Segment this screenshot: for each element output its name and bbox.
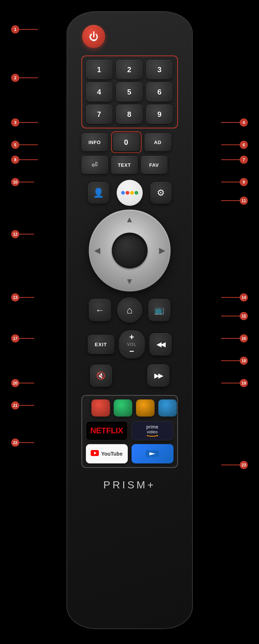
fav-button[interactable]: FAV <box>141 156 168 174</box>
num-5-button[interactable]: 5 <box>116 82 143 102</box>
ann-circle-18: 18 <box>240 357 248 365</box>
dpad-left[interactable]: ◀ <box>94 246 100 255</box>
ad-button[interactable]: AD <box>145 133 171 151</box>
ann-9: 9 <box>221 178 248 186</box>
vol-mute-row: 🔇 ▶▶ <box>81 364 178 387</box>
color-buttons-row <box>86 399 182 417</box>
ann-line-18 <box>221 360 240 361</box>
ann-16: 16 <box>221 334 248 342</box>
dpad-center-ok[interactable] <box>112 233 148 268</box>
ann-line-4 <box>221 122 240 123</box>
vol-button[interactable]: + VOL − <box>119 330 145 358</box>
ann-21: 21 <box>11 401 34 409</box>
back-button[interactable]: ← <box>89 299 111 321</box>
blue-button[interactable] <box>158 399 177 417</box>
google-assistant-button[interactable] <box>117 180 143 206</box>
power-button[interactable]: ⏻ <box>82 25 105 48</box>
ann-7: 7 <box>221 156 248 164</box>
mute-icon: 🔇 <box>96 371 106 380</box>
ann-circle-10: 10 <box>11 178 19 186</box>
shortcut-arrow-icon <box>146 450 159 457</box>
ann-circle-13: 13 <box>11 293 19 302</box>
youtube-button[interactable]: YouTube <box>86 444 128 463</box>
youtube-play-icon <box>91 450 99 456</box>
num-7-button[interactable]: 7 <box>86 105 113 124</box>
ann-line-21 <box>19 405 34 406</box>
ann-line-19 <box>221 383 240 383</box>
rewind-button[interactable]: ◀◀ <box>149 333 172 356</box>
source-icon: ⏎ <box>91 160 98 169</box>
home-button[interactable]: ⌂ <box>117 297 142 323</box>
num-2-button[interactable]: 2 <box>116 60 143 79</box>
zero-section: 0 <box>111 131 142 153</box>
ann-circle-12: 12 <box>11 230 19 238</box>
home-icon: ⌂ <box>127 305 133 316</box>
ann-circle-9: 9 <box>240 178 248 186</box>
ann-circle-17: 17 <box>11 334 19 342</box>
mute-button[interactable]: 🔇 <box>90 364 112 387</box>
red-button[interactable] <box>91 399 110 417</box>
ann-23: 23 <box>221 461 248 469</box>
ann-line-12 <box>19 234 34 235</box>
dpad-right[interactable]: ▶ <box>159 246 165 255</box>
ann-line-2 <box>19 77 38 78</box>
power-section: ⏻ <box>75 25 185 48</box>
app-grid: NETFLIX prime video <box>81 395 178 468</box>
ann-8: 8 <box>11 156 38 164</box>
youtube-label: YouTube <box>101 451 123 457</box>
svg-marker-0 <box>157 434 158 437</box>
tv-icon: 📺 <box>154 305 164 315</box>
ann-2: 2 <box>11 74 38 82</box>
num-8-button[interactable]: 8 <box>116 105 143 124</box>
settings-button[interactable]: ⚙ <box>150 182 172 204</box>
info-button[interactable]: INFO <box>81 133 108 151</box>
rewind-icon: ◀◀ <box>156 340 165 348</box>
source-button[interactable]: ⏎ <box>81 156 108 174</box>
ann-circle-8: 8 <box>11 156 19 164</box>
ann-circle-22: 22 <box>11 439 19 447</box>
dpad-down[interactable]: ▼ <box>126 277 134 286</box>
profile-button[interactable]: 👤 <box>88 182 109 204</box>
yellow-button[interactable] <box>136 399 155 417</box>
ann-17: 17 <box>11 334 34 342</box>
ann-line-6 <box>221 144 240 145</box>
num-3-button[interactable]: 3 <box>146 60 173 79</box>
exit-button[interactable]: EXIT <box>88 335 114 354</box>
ann-22: 22 <box>11 439 34 447</box>
numpad-section: 1 2 3 4 5 6 7 8 9 <box>81 55 178 128</box>
ann-20: 20 <box>11 379 34 387</box>
ann-13: 13 <box>11 293 34 302</box>
ann-6: 6 <box>221 141 248 149</box>
text-button[interactable]: TEXT <box>111 156 138 174</box>
ann-line-13 <box>19 297 34 298</box>
ann-line-9 <box>221 182 240 182</box>
ann-line-1 <box>19 29 38 30</box>
ann-circle-21: 21 <box>11 401 19 409</box>
num-9-button[interactable]: 9 <box>146 105 173 124</box>
netflix-label: NETFLIX <box>90 426 123 436</box>
dpad-up[interactable]: ▲ <box>126 215 134 224</box>
ann-10: 10 <box>11 178 34 186</box>
ann-line-23 <box>221 465 240 465</box>
num-4-button[interactable]: 4 <box>86 82 113 102</box>
ann-line-15 <box>221 316 240 316</box>
num-6-button[interactable]: 6 <box>146 82 173 102</box>
ann-circle-5: 5 <box>11 141 19 149</box>
num-1-button[interactable]: 1 <box>86 60 113 79</box>
google-dots <box>121 191 138 195</box>
dpad-container: ▲ ▼ ◀ ▶ <box>89 210 171 291</box>
prime-video-button[interactable]: prime video <box>132 421 174 440</box>
netflix-button[interactable]: NETFLIX <box>86 421 128 440</box>
num-0-button[interactable]: 0 <box>113 133 140 151</box>
tv-button[interactable]: 📺 <box>148 299 171 321</box>
fastforward-button[interactable]: ▶▶ <box>147 364 169 387</box>
green-button[interactable] <box>114 399 132 417</box>
source-row: ⏎ TEXT FAV <box>81 156 178 174</box>
ann-18: 18 <box>221 357 248 365</box>
ann-line-10 <box>19 182 34 182</box>
shortcut-button[interactable] <box>132 444 174 463</box>
ann-circle-20: 20 <box>11 379 19 387</box>
ann-5: 5 <box>11 141 38 149</box>
ann-1: 1 <box>11 25 38 34</box>
ann-circle-7: 7 <box>240 156 248 164</box>
